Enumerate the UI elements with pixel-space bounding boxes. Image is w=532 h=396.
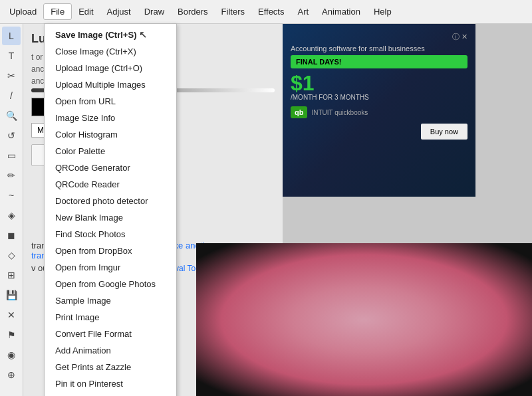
ad-badge: FINAL DAYS! xyxy=(291,55,467,68)
menu-sample-image[interactable]: Sample Image xyxy=(45,292,176,309)
zoom-tool-btn[interactable]: 🔍 xyxy=(2,106,21,125)
menu-print-image[interactable]: Print Image xyxy=(45,309,176,326)
menu-animation[interactable]: Animation xyxy=(315,4,367,19)
pencil-tool-btn[interactable]: ✏ xyxy=(2,166,21,185)
menu-upload-image[interactable]: Upload Image (Ctrl+O) xyxy=(45,60,176,76)
rect-tool-btn[interactable]: ▭ xyxy=(2,146,21,165)
menu-save-image[interactable]: Save Image (Ctrl+S) ↖ xyxy=(45,26,176,43)
qb-text: INTUIT quickbooks xyxy=(311,109,368,116)
scissors-tool-btn[interactable]: ✂ xyxy=(2,66,21,85)
menu-doctored-photo[interactable]: Doctored photo detector xyxy=(45,193,176,209)
menu-adjust[interactable]: Adjust xyxy=(100,4,138,19)
menu-find-stock[interactable]: Find Stock Photos xyxy=(45,226,176,243)
ad-inner: ⓘ ✕ Accounting software for small busine… xyxy=(283,24,475,197)
menu-close-image[interactable]: Close Image (Ctrl+X) xyxy=(45,43,176,60)
text-tool-btn[interactable]: T xyxy=(2,47,21,65)
shape-tool-btn[interactable]: ◇ xyxy=(2,246,21,264)
menu-open-url[interactable]: Open from URL xyxy=(45,93,176,110)
image-area xyxy=(196,243,532,396)
menu-open-imgur[interactable]: Open from Imgur xyxy=(45,259,176,276)
ad-price-sub: /MONTH FOR 3 MONTHS xyxy=(291,94,467,101)
grid-tool-btn[interactable]: ⊞ xyxy=(2,266,21,284)
pen-tool-btn[interactable]: / xyxy=(2,86,21,105)
menu-add-animation[interactable]: Add Animation xyxy=(45,342,176,359)
add-tool-btn[interactable]: ⊕ xyxy=(2,365,21,384)
menu-file[interactable]: File xyxy=(43,3,72,20)
effect-tool-btn[interactable]: ◉ xyxy=(2,346,21,364)
menu-post-facebook[interactable]: Post on FaceBook xyxy=(45,392,176,396)
menu-filters[interactable]: Filters xyxy=(215,4,251,19)
ad-panel: ⓘ ✕ Accounting software for small busine… xyxy=(283,24,475,197)
flag-tool-btn[interactable]: ⚑ xyxy=(2,326,21,344)
save-image-label: Save Image (Ctrl+S) xyxy=(55,30,136,40)
ad-title: Accounting software for small businesses xyxy=(291,45,467,52)
ad-close-row: ⓘ ✕ xyxy=(291,32,467,42)
menu-convert-format[interactable]: Convert File Format xyxy=(45,326,176,342)
menu-upload-multiple[interactable]: Upload Multiple Images xyxy=(45,76,176,93)
menu-effects[interactable]: Effects xyxy=(251,4,291,19)
menu-pin-pinterest[interactable]: Pin it on Pinterest xyxy=(45,375,176,392)
menu-draw[interactable]: Draw xyxy=(138,4,171,19)
ad-close-btn[interactable]: ⓘ ✕ xyxy=(452,32,467,42)
save-tool-btn[interactable]: 💾 xyxy=(2,286,21,304)
fill-tool-btn[interactable]: ◼ xyxy=(2,226,21,245)
flower-image xyxy=(196,243,532,396)
brush-tool-btn[interactable]: ~ xyxy=(2,186,21,205)
menu-open-google-photos[interactable]: Open from Google Photos xyxy=(45,276,176,292)
menu-help[interactable]: Help xyxy=(367,4,398,19)
clone-tool-btn[interactable]: ◈ xyxy=(2,206,21,225)
delete-tool-btn[interactable]: ✕ xyxy=(2,306,21,324)
menu-color-palette[interactable]: Color Palette xyxy=(45,143,176,159)
menu-color-histogram[interactable]: Color Histogram xyxy=(45,126,176,143)
ad-price: $1 xyxy=(291,72,467,94)
rotate-tool-btn[interactable]: ↺ xyxy=(2,126,21,145)
menubar: Upload File Edit Adjust Draw Borders Fil… xyxy=(0,0,532,24)
file-dropdown: Save Image (Ctrl+S) ↖ Close Image (Ctrl+… xyxy=(44,23,177,396)
menu-image-size[interactable]: Image Size Info xyxy=(45,110,176,126)
cursor-icon: ↖ xyxy=(139,29,147,40)
ad-buy-button[interactable]: Buy now xyxy=(421,124,467,140)
menu-open-dropbox[interactable]: Open from DropBox xyxy=(45,243,176,259)
menu-edit[interactable]: Edit xyxy=(72,4,100,19)
select-tool-btn[interactable]: L xyxy=(2,27,21,45)
menu-get-prints[interactable]: Get Prints at Zazzle xyxy=(45,359,176,375)
menu-upload[interactable]: Upload xyxy=(3,4,43,19)
menu-new-blank[interactable]: New Blank Image xyxy=(45,209,176,226)
menu-qrcode-reader[interactable]: QRCode Reader xyxy=(45,176,176,193)
ad-logo: qb INTUIT quickbooks xyxy=(291,106,467,118)
qb-logo: qb xyxy=(291,106,307,118)
menu-qrcode-gen[interactable]: QRCode Generator xyxy=(45,159,176,176)
left-toolbar: L T ✂ / 🔍 ↺ ▭ ✏ ~ ◈ ◼ ◇ ⊞ 💾 ✕ ⚑ ◉ ⊕ xyxy=(0,24,23,396)
menu-borders[interactable]: Borders xyxy=(171,4,215,19)
menu-art[interactable]: Art xyxy=(291,4,315,19)
